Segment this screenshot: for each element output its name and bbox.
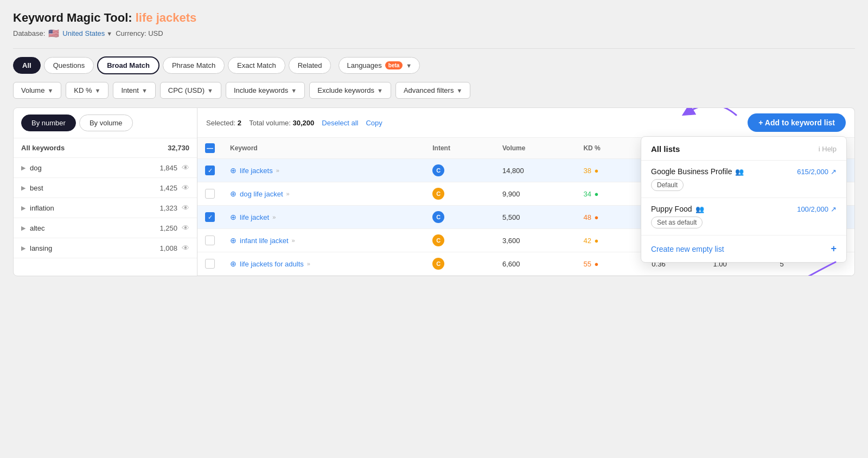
- sidebar-toggle-row: By number By volume: [14, 108, 197, 138]
- dropdown-header: All lists i Help: [641, 137, 846, 161]
- volume-cell: 5,500: [495, 206, 576, 229]
- action-links: Deselect all Copy: [322, 119, 382, 127]
- kd-cell: 34 ●: [576, 182, 644, 206]
- filter-advanced[interactable]: Advanced filters ▼: [395, 82, 470, 99]
- chevron-down-icon: ▼: [106, 30, 112, 37]
- row-checkbox[interactable]: [205, 236, 215, 245]
- languages-button[interactable]: Languages beta ▼: [339, 57, 420, 74]
- row-checkbox[interactable]: [205, 259, 215, 269]
- create-new-list-row[interactable]: Create new empty list +: [641, 236, 846, 262]
- external-link-icon[interactable]: ↗: [831, 205, 837, 213]
- keyword-link[interactable]: infant life jacket: [240, 237, 289, 245]
- group-icon: 👥: [695, 205, 704, 213]
- intent-badge: C: [432, 258, 444, 270]
- add-keyword-icon[interactable]: ⊕: [230, 166, 237, 175]
- external-link-icon[interactable]: ↗: [831, 168, 837, 176]
- add-keyword-icon[interactable]: ⊕: [230, 236, 237, 245]
- tab-row: All Questions Broad Match Phrase Match E…: [13, 56, 855, 74]
- intent-badge: C: [432, 164, 444, 176]
- filter-kd[interactable]: KD % ▼: [66, 82, 108, 99]
- sidebar-item-inflation: ▶ inflation 1,323 👁: [14, 198, 197, 218]
- row-checkbox[interactable]: ✓: [205, 166, 215, 175]
- sidebar-item-lansing: ▶ lansing 1,008 👁: [14, 238, 197, 258]
- col-intent: Intent: [425, 138, 495, 159]
- tab-related[interactable]: Related: [289, 57, 331, 74]
- volume-cell: 14,800: [495, 159, 576, 182]
- eye-icon[interactable]: 👁: [182, 224, 189, 232]
- action-bar: Selected: 2 Total volume: 30,200 Deselec…: [197, 108, 854, 138]
- copy-link[interactable]: Copy: [366, 119, 382, 127]
- chevron-down-icon: ▼: [47, 87, 53, 94]
- eye-icon[interactable]: 👁: [182, 163, 189, 172]
- keyword-link[interactable]: dog life jacket: [240, 190, 283, 198]
- intent-badge: C: [432, 211, 444, 223]
- table-area: Selected: 2 Total volume: 30,200 Deselec…: [197, 107, 855, 276]
- list-item-google-business: Google Business Profile 👥 615/2,000 ↗ De…: [641, 161, 846, 198]
- default-badge: Default: [651, 179, 684, 191]
- arrow-annotation: [682, 107, 747, 118]
- add-to-keyword-list-button[interactable]: + Add to keyword list: [748, 113, 846, 132]
- chevron-right-icon: »: [307, 260, 310, 267]
- row-checkbox[interactable]: [205, 189, 215, 199]
- help-link[interactable]: i Help: [819, 145, 837, 153]
- add-keyword-icon[interactable]: ⊕: [230, 213, 237, 221]
- keyword-link[interactable]: life jackets: [240, 167, 273, 175]
- chevron-right-icon: »: [272, 214, 276, 220]
- chevron-down-icon: ▼: [377, 87, 383, 94]
- col-keyword: Keyword: [222, 138, 425, 159]
- filter-volume[interactable]: Volume ▼: [13, 82, 61, 99]
- volume-cell: 3,600: [495, 229, 576, 252]
- filter-row: Volume ▼ KD % ▼ Intent ▼ CPC (USD) ▼ Inc…: [13, 82, 855, 99]
- deselect-all-link[interactable]: Deselect all: [322, 119, 358, 127]
- list-item-puppy-food: Puppy Food 👥 100/2,000 ↗ Set as default: [641, 198, 846, 236]
- tab-broad-match[interactable]: Broad Match: [97, 56, 159, 74]
- chevron-down-icon: ▼: [207, 87, 213, 94]
- tab-phrase-match[interactable]: Phrase Match: [163, 57, 225, 74]
- kd-cell: 55 ●: [576, 252, 644, 276]
- intent-badge: C: [432, 188, 444, 200]
- expand-icon[interactable]: ▶: [21, 164, 25, 171]
- keyword-link[interactable]: life jackets for adults: [240, 260, 304, 268]
- keyword-list-dropdown: All lists i Help Google Business Profile…: [641, 136, 847, 263]
- chevron-down-icon: ▼: [456, 87, 462, 94]
- tab-all[interactable]: All: [13, 57, 41, 74]
- add-keyword-icon[interactable]: ⊕: [230, 259, 237, 268]
- toggle-by-volume[interactable]: By volume: [79, 114, 133, 131]
- select-all-checkbox[interactable]: —: [205, 143, 215, 153]
- expand-icon[interactable]: ▶: [21, 205, 25, 212]
- chevron-right-icon: »: [276, 167, 279, 174]
- row-checkbox[interactable]: ✓: [205, 212, 215, 222]
- eye-icon[interactable]: 👁: [182, 244, 189, 252]
- page-title: Keyword Magic Tool: life jackets: [13, 11, 855, 25]
- create-plus-icon[interactable]: +: [831, 243, 837, 255]
- expand-icon[interactable]: ▶: [21, 225, 25, 232]
- keyword-link[interactable]: life jacket: [240, 213, 269, 221]
- set-as-default-button[interactable]: Set as default: [651, 217, 703, 228]
- kd-cell: 48 ●: [576, 206, 644, 229]
- create-new-list-link[interactable]: Create new empty list: [651, 245, 724, 253]
- tab-exact-match[interactable]: Exact Match: [228, 57, 285, 74]
- filter-exclude-keywords[interactable]: Exclude keywords ▼: [309, 82, 391, 99]
- chevron-down-icon: ▼: [142, 87, 148, 94]
- eye-icon[interactable]: 👁: [182, 203, 189, 212]
- sidebar-item-best: ▶ best 1,425 👁: [14, 178, 197, 198]
- chevron-down-icon: ▼: [406, 62, 412, 69]
- volume-cell: 9,900: [495, 182, 576, 206]
- intent-badge: C: [432, 234, 444, 246]
- sidebar: By number By volume All keywords 32,730 …: [13, 107, 197, 276]
- col-volume: Volume: [495, 138, 576, 159]
- expand-icon[interactable]: ▶: [21, 185, 25, 192]
- tab-questions[interactable]: Questions: [44, 57, 94, 74]
- page-subtitle: Database: 🇺🇸 United States ▼ Currency: U…: [13, 28, 855, 39]
- sidebar-item-dog: ▶ dog 1,845 👁: [14, 158, 197, 178]
- filter-include-keywords[interactable]: Include keywords ▼: [226, 82, 305, 99]
- toggle-by-number[interactable]: By number: [21, 114, 76, 131]
- sidebar-all-keywords: All keywords 32,730: [14, 138, 197, 158]
- eye-icon[interactable]: 👁: [182, 183, 189, 192]
- expand-icon[interactable]: ▶: [21, 245, 25, 252]
- country-selector[interactable]: United States ▼: [62, 29, 112, 37]
- beta-badge: beta: [385, 61, 403, 69]
- filter-intent[interactable]: Intent ▼: [113, 82, 155, 99]
- add-keyword-icon[interactable]: ⊕: [230, 189, 237, 198]
- filter-cpc[interactable]: CPC (USD) ▼: [160, 82, 221, 99]
